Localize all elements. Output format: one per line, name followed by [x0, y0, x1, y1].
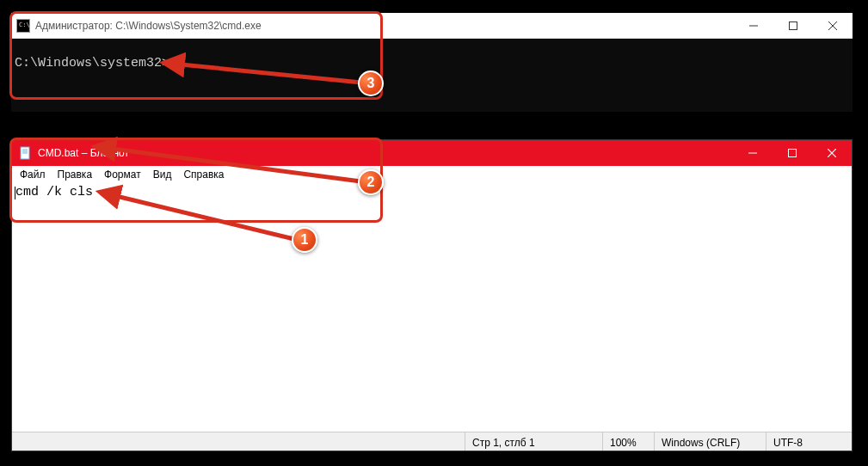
menu-view[interactable]: Вид	[147, 169, 178, 181]
annotation-badge-3: 3	[358, 71, 384, 96]
status-line-ending: Windows (CRLF)	[654, 432, 766, 451]
notepad-text-area[interactable]: cmd /k cls	[12, 183, 852, 432]
menu-file[interactable]: Файл	[14, 169, 52, 181]
notepad-icon	[19, 146, 33, 160]
cmd-titlebar[interactable]: C:\ Администратор: C:\Windows\System32\c…	[11, 13, 853, 39]
annotation-badge-1: 1	[292, 227, 317, 253]
close-button[interactable]	[813, 13, 853, 38]
status-zoom: 100%	[602, 432, 654, 451]
notepad-menubar: Файл Правка Формат Вид Справка	[12, 166, 852, 183]
menu-help[interactable]: Справка	[177, 169, 230, 181]
annotation-badge-2: 2	[358, 169, 384, 195]
text-caret	[15, 187, 15, 199]
status-encoding: UTF-8	[766, 432, 852, 451]
notepad-window-controls	[733, 140, 852, 166]
svg-rect-4	[790, 21, 797, 29]
status-position: Стр 1, стлб 1	[465, 432, 602, 451]
svg-rect-12	[789, 150, 797, 157]
maximize-button[interactable]	[773, 13, 813, 38]
close-button[interactable]	[812, 140, 852, 166]
maximize-button[interactable]	[773, 140, 812, 166]
menu-edit[interactable]: Правка	[52, 169, 99, 181]
notepad-content: cmd /k cls	[15, 185, 93, 199]
cmd-icon: C:\	[16, 19, 30, 33]
minimize-button[interactable]	[734, 13, 773, 38]
notepad-window-title: CMD.bat – Блокнот	[38, 147, 733, 159]
notepad-window: CMD.bat – Блокнот Файл Правка Формат Вид…	[11, 139, 853, 451]
minimize-button[interactable]	[733, 140, 773, 166]
cmd-prompt: C:\Windows\system32>	[15, 56, 169, 71]
svg-text:C:\: C:\	[19, 21, 30, 28]
menu-format[interactable]: Формат	[98, 169, 147, 181]
cmd-window-title: Администратор: C:\Windows\System32\cmd.e…	[35, 20, 734, 32]
notepad-titlebar[interactable]: CMD.bat – Блокнот	[12, 140, 852, 166]
cmd-terminal-body[interactable]: C:\Windows\system32>	[11, 39, 853, 112]
cmd-window: C:\ Администратор: C:\Windows\System32\c…	[11, 13, 853, 112]
cmd-window-controls	[734, 13, 853, 38]
notepad-statusbar: Стр 1, стлб 1 100% Windows (CRLF) UTF-8	[12, 432, 852, 451]
